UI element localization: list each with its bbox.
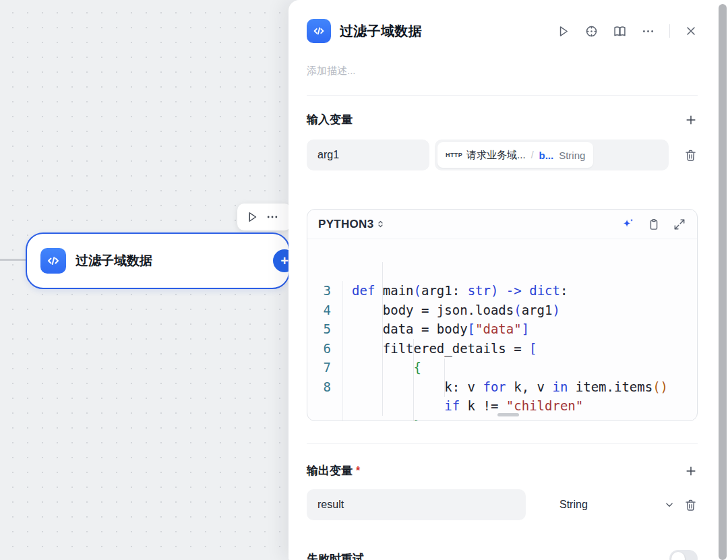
node-config-panel: 过滤子域数据 <box>289 0 728 560</box>
input-var-value-selector[interactable]: HTTP 请求业务域... / b... String <box>435 139 669 170</box>
node-more-button[interactable] <box>266 210 279 224</box>
retry-title: 失败时重试 <box>307 551 364 560</box>
code-line: 6 filtered_details = [ <box>307 339 697 359</box>
ref-variable-name: b... <box>539 150 554 161</box>
add-input-var-button[interactable] <box>684 113 698 127</box>
ref-node-type-badge: HTTP <box>446 152 462 158</box>
code-node-icon <box>307 19 331 43</box>
input-var-row: arg1 HTTP 请求业务域... / b... String <box>307 139 698 170</box>
horizontal-scrollbar[interactable] <box>497 413 519 416</box>
select-carets-icon <box>375 219 386 229</box>
line-number: 7 <box>307 358 343 377</box>
language-label: PYTHON3 <box>318 218 373 231</box>
delete-output-var-button[interactable] <box>684 498 698 512</box>
output-type-select[interactable]: String <box>559 499 675 511</box>
expand-code-button[interactable] <box>673 218 686 231</box>
section-divider <box>307 443 698 444</box>
output-vars-header: 输出变量 * <box>307 463 698 478</box>
toggle-knob <box>671 552 685 560</box>
chevron-down-icon <box>663 499 675 511</box>
retry-toggle[interactable] <box>669 550 698 560</box>
add-output-var-button[interactable] <box>684 464 698 478</box>
line-number <box>307 396 343 416</box>
code-content[interactable]: 3def main(arg1: str) -> dict:4 body = js… <box>307 240 697 421</box>
output-var-name-field[interactable]: result <box>307 489 526 520</box>
code-line: 5 data = body["data"] <box>307 319 697 339</box>
node-hover-toolbar <box>237 204 291 230</box>
indent-guide <box>382 262 383 416</box>
node-title: 过滤子域数据 <box>75 252 152 270</box>
docs-button[interactable] <box>613 24 627 38</box>
description-input[interactable]: 添加描述... <box>307 65 356 77</box>
code-editor-header: PYTHON3 <box>307 210 697 239</box>
more-button[interactable] <box>641 24 655 38</box>
copy-code-button[interactable] <box>647 218 661 231</box>
edge-connector <box>0 259 28 261</box>
variable-reference-pill: HTTP 请求业务域... / b... String <box>437 142 593 168</box>
line-number: 9 <box>307 416 343 421</box>
close-panel-button[interactable] <box>684 24 698 38</box>
locate-node-button[interactable] <box>584 24 599 38</box>
line-number: 8 <box>307 377 343 397</box>
run-button[interactable] <box>556 24 570 38</box>
line-number: 4 <box>307 301 343 320</box>
output-var-name: result <box>317 499 344 511</box>
line-number: 6 <box>307 339 343 359</box>
ref-variable-type: String <box>559 150 585 161</box>
code-line: 4 body = json.loads(arg1) <box>307 301 697 320</box>
output-type-value: String <box>559 499 588 511</box>
code-line: 7 { <box>307 358 697 377</box>
line-number: 5 <box>307 319 343 339</box>
ref-separator: / <box>531 150 534 160</box>
output-vars-title: 输出变量 <box>307 463 353 478</box>
indent-guide <box>444 359 445 397</box>
delete-input-var-button[interactable] <box>684 148 698 162</box>
input-vars-title: 输入变量 <box>307 112 353 127</box>
input-var-name-field[interactable]: arg1 <box>307 139 429 170</box>
code-node-icon <box>40 248 66 274</box>
code-node[interactable]: 过滤子域数据 <box>26 232 290 289</box>
retry-section: 失败时重试 <box>307 550 698 560</box>
header-divider <box>669 24 670 38</box>
code-lines: 3def main(arg1: str) -> dict:4 body = js… <box>307 281 697 421</box>
output-var-row: result String <box>307 489 698 520</box>
line-number: 3 <box>307 281 343 301</box>
panel-title: 过滤子域数据 <box>340 22 422 40</box>
code-line: 3def main(arg1: str) -> dict: <box>307 281 697 301</box>
required-mark: * <box>356 465 360 477</box>
panel-scrollbar[interactable] <box>719 4 727 560</box>
section-divider <box>307 95 698 96</box>
ai-generate-button[interactable] <box>620 217 635 232</box>
code-editor[interactable]: PYTHON3 <box>307 209 698 421</box>
language-selector[interactable]: PYTHON3 <box>318 218 386 231</box>
ref-node-name: 请求业务域... <box>466 149 526 162</box>
node-run-button[interactable] <box>245 210 259 224</box>
indent-guide <box>413 339 414 421</box>
input-vars-header: 输入变量 <box>307 112 698 127</box>
input-var-name: arg1 <box>317 149 339 161</box>
panel-header: 过滤子域数据 <box>307 18 698 44</box>
code-line: 8 k: v for k, v in item.items() <box>307 377 697 397</box>
